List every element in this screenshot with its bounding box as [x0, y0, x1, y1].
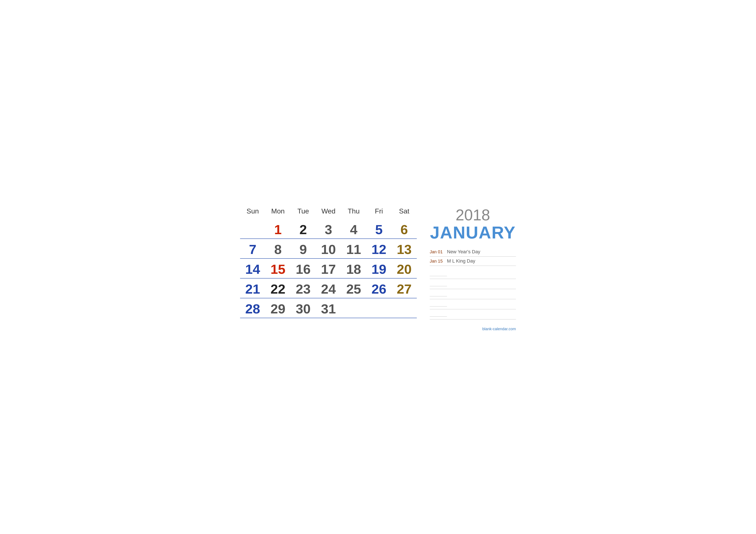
- note-date-line-3: [430, 292, 447, 296]
- day-5: 5: [366, 223, 392, 236]
- note-row-3: [430, 292, 516, 299]
- day-headers-row: Sun Mon Tue Wed Thu Fri Sat: [240, 207, 417, 217]
- day-18: 18: [341, 263, 366, 276]
- day-10: 10: [316, 243, 341, 256]
- week-row-2: 7 8 9 10 11 12 13: [240, 239, 417, 259]
- day-11: 11: [341, 243, 366, 256]
- day-2: 2: [290, 223, 316, 236]
- note-text-line-5: [450, 312, 516, 317]
- day-29: 29: [265, 302, 290, 316]
- note-row-5: [430, 312, 516, 319]
- day-header-sat: Sat: [392, 207, 417, 217]
- note-text-line-1: [450, 272, 516, 276]
- calendar-grid-section: Sun Mon Tue Wed Thu Fri Sat 1 2 3 4 5 6 …: [240, 207, 417, 331]
- holiday-name-1: M L King Day: [447, 258, 516, 264]
- week-row-3: 14 15 16 17 18 19 20: [240, 259, 417, 279]
- info-section: 2018 JANUARY Jan 01 New Year's Day Jan 1…: [417, 207, 516, 331]
- day-header-mon: Mon: [265, 207, 290, 217]
- week-row-1: 1 2 3 4 5 6: [240, 219, 417, 239]
- notes-section: [430, 272, 516, 322]
- day-header-fri: Fri: [366, 207, 392, 217]
- note-date-line-1: [430, 272, 447, 276]
- day-1: 1: [265, 223, 290, 236]
- day-20: 20: [392, 263, 417, 276]
- note-text-line-2: [450, 282, 516, 286]
- note-text-line-4: [450, 302, 516, 307]
- day-4: 4: [341, 223, 366, 236]
- day-3: 3: [316, 223, 341, 236]
- week-row-5: 28 29 30 31: [240, 298, 417, 318]
- day-30: 30: [290, 302, 316, 316]
- holiday-date-1: Jan 15: [430, 259, 447, 264]
- day-19: 19: [366, 263, 392, 276]
- day-12: 12: [366, 243, 392, 256]
- day-23: 23: [290, 282, 316, 296]
- day-17: 17: [316, 263, 341, 276]
- day-header-thu: Thu: [341, 207, 366, 217]
- day-header-tue: Tue: [290, 207, 316, 217]
- holidays-list: Jan 01 New Year's Day Jan 15 M L King Da…: [430, 249, 516, 267]
- year-display: 2018: [430, 207, 516, 223]
- day-28: 28: [240, 302, 265, 316]
- day-27: 27: [392, 282, 417, 296]
- holiday-name-0: New Year's Day: [447, 249, 516, 255]
- day-header-sun: Sun: [240, 207, 265, 217]
- day-31: 31: [316, 302, 341, 316]
- footer-credit: blank-calendar.com: [430, 326, 516, 331]
- calendar-weeks: 1 2 3 4 5 6 7 8 9 10 11 12 13 14 15: [240, 219, 417, 318]
- day-7: 7: [240, 243, 265, 256]
- holiday-row-0: Jan 01 New Year's Day: [430, 249, 516, 257]
- day-header-wed: Wed: [316, 207, 341, 217]
- day-13: 13: [392, 243, 417, 256]
- note-date-line-2: [430, 282, 447, 286]
- month-display: JANUARY: [430, 223, 516, 242]
- holiday-date-0: Jan 01: [430, 249, 447, 254]
- calendar-page: Sun Mon Tue Wed Thu Fri Sat 1 2 3 4 5 6 …: [227, 194, 529, 340]
- holiday-row-1: Jan 15 M L King Day: [430, 258, 516, 266]
- day-24: 24: [316, 282, 341, 296]
- day-26: 26: [366, 282, 392, 296]
- week-row-4: 21 22 23 24 25 26 27: [240, 279, 417, 298]
- day-16: 16: [290, 263, 316, 276]
- day-21: 21: [240, 282, 265, 296]
- day-25: 25: [341, 282, 366, 296]
- day-15: 15: [265, 263, 290, 276]
- note-date-line-4: [430, 302, 447, 307]
- day-8: 8: [265, 243, 290, 256]
- day-9: 9: [290, 243, 316, 256]
- note-row-1: [430, 272, 516, 279]
- day-14: 14: [240, 263, 265, 276]
- note-text-line-3: [450, 292, 516, 296]
- day-6: 6: [392, 223, 417, 236]
- note-row-2: [430, 282, 516, 289]
- note-date-line-5: [430, 312, 447, 317]
- day-22: 22: [265, 282, 290, 296]
- note-row-4: [430, 302, 516, 309]
